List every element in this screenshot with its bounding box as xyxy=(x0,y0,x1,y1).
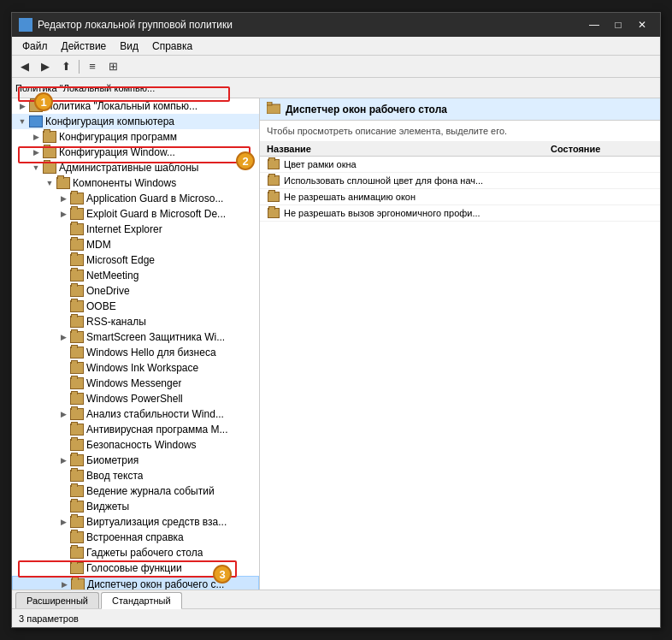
folder-icon xyxy=(70,316,84,328)
expand-icon xyxy=(56,484,70,498)
window-title: Редактор локальной групповой политики xyxy=(38,19,583,31)
right-item-0[interactable]: Цвет рамки окна xyxy=(260,157,660,173)
tree-item-admin-templates[interactable]: ▼ Административные шаблоны xyxy=(12,160,259,175)
tree-label: Голосовые функции xyxy=(86,562,182,574)
expand-icon: ▶ xyxy=(56,407,70,421)
tree-item-text-input[interactable]: Ввод текста xyxy=(12,468,259,483)
tree-item-hello[interactable]: Windows Hello для бизнеса xyxy=(12,345,259,360)
tree-label: Анализ стабильности Wind... xyxy=(86,408,224,420)
right-header-text: Диспетчер окон рабочего стола xyxy=(286,104,447,116)
tree-label: NetMeeting xyxy=(86,270,139,281)
tree-item-onedrive[interactable]: OneDrive xyxy=(12,283,259,299)
expand-icon xyxy=(56,469,70,483)
tree-item-powershell[interactable]: Windows PowerShell xyxy=(12,391,259,406)
svg-rect-1 xyxy=(267,102,272,105)
folder-icon xyxy=(56,177,70,189)
right-item-3[interactable]: Не разрешать вызов эргономичного профи..… xyxy=(260,205,660,222)
tree-item-builtin-help[interactable]: Встроенная справка xyxy=(12,530,259,545)
expand-icon xyxy=(56,500,70,513)
policy-item-icon xyxy=(267,158,280,170)
expand-icon: ▶ xyxy=(29,130,43,144)
tree-item-mdm[interactable]: MDM xyxy=(12,237,259,252)
folder-icon xyxy=(70,254,84,266)
tree-item-widgets[interactable]: Виджеты xyxy=(12,499,259,514)
right-item-name: Цвет рамки окна xyxy=(284,159,551,169)
tree-item-app-guard[interactable]: ▶ Application Guard в Microso... xyxy=(12,191,259,206)
bottom-area: Расширенный Стандартный 3 параметров xyxy=(12,590,660,627)
tree-label: Application Guard в Microso... xyxy=(86,193,223,204)
right-item-1[interactable]: Использовать сплошной цвет для фона нач.… xyxy=(260,173,660,189)
tree-label: Конфигурация программ xyxy=(59,131,177,143)
folder-icon xyxy=(70,377,84,389)
back-button[interactable]: ◀ xyxy=(15,58,34,75)
filter-button[interactable]: ⊞ xyxy=(103,58,122,75)
tree-label: Виртуализация средств вза... xyxy=(86,516,227,528)
tree-item-biometrics[interactable]: ▶ Биометрия xyxy=(12,453,259,468)
tab-extended[interactable]: Расширенный xyxy=(15,592,99,608)
menu-view[interactable]: Вид xyxy=(113,39,145,54)
up-button[interactable]: ⬆ xyxy=(56,58,75,75)
close-button[interactable]: ✕ xyxy=(631,16,653,33)
svg-rect-0 xyxy=(267,104,280,114)
right-table-header: Название Состояние xyxy=(260,142,660,157)
expand-icon xyxy=(56,423,70,436)
view-button[interactable]: ≡ xyxy=(83,58,102,75)
right-item-name: Не разрешать анимацию окон xyxy=(284,192,551,202)
tree-item-virtualization[interactable]: ▶ Виртуализация средств вза... xyxy=(12,514,259,530)
expand-icon xyxy=(56,269,70,282)
menu-action[interactable]: Действие xyxy=(55,39,114,54)
menu-file[interactable]: Файл xyxy=(15,39,55,54)
maximize-button[interactable]: □ xyxy=(607,16,629,33)
right-item-name: Не разрешать вызов эргономичного профи..… xyxy=(284,208,551,218)
tree-label: Windows Hello для бизнеса xyxy=(86,347,216,359)
expand-icon xyxy=(56,253,70,267)
tree-item-ink-workspace[interactable]: Windows Ink Workspace xyxy=(12,360,259,376)
tree-item-event-log[interactable]: Ведение журнала событий xyxy=(12,483,259,499)
folder-icon xyxy=(70,439,84,451)
expand-icon xyxy=(56,546,70,560)
col-state-header: Состояние xyxy=(551,144,653,154)
tree-item-win-config[interactable]: ▶ Конфигурация Window... xyxy=(12,145,259,160)
policy-item-icon xyxy=(267,175,280,187)
policy-icon xyxy=(268,192,280,202)
tree-item-messenger[interactable]: Windows Messenger xyxy=(12,376,259,391)
expand-icon xyxy=(56,238,70,252)
tree-item-exploit-guard[interactable]: ▶ Exploit Guard в Microsoft De... xyxy=(12,206,259,222)
expand-icon xyxy=(56,346,70,359)
tree-item-edge[interactable]: Microsoft Edge xyxy=(12,252,259,268)
tree-label: Конфигурация компьютера xyxy=(45,116,174,127)
menu-help[interactable]: Справка xyxy=(145,39,199,54)
folder-icon xyxy=(43,146,56,158)
breadcrumb: Политика "Локальный компью... xyxy=(12,78,660,98)
folder-icon xyxy=(70,362,84,374)
minimize-button[interactable]: — xyxy=(583,16,605,33)
tree-item-win-security[interactable]: Безопасность Windows xyxy=(12,437,259,453)
folder-icon xyxy=(70,470,84,482)
tree-item-prog-config[interactable]: ▶ Конфигурация программ xyxy=(12,129,259,145)
tree-label: Microsoft Edge xyxy=(86,254,155,266)
tree-item-stability[interactable]: ▶ Анализ стабильности Wind... xyxy=(12,406,259,422)
policy-icon xyxy=(268,175,280,186)
tree-label: Windows PowerShell xyxy=(86,393,183,405)
expand-icon: ▶ xyxy=(57,578,71,590)
tree-item-netmeeting[interactable]: NetMeeting xyxy=(12,268,259,283)
badge-3: 3 xyxy=(213,565,232,584)
tree-item-oobe[interactable]: OOBE xyxy=(12,299,259,314)
tree-item-smartscreen[interactable]: ▶ SmartScreen Защитника Wi... xyxy=(12,329,259,345)
tree-item-win-components[interactable]: ▼ Компоненты Windows xyxy=(12,175,259,191)
right-item-2[interactable]: Не разрешать анимацию окон xyxy=(260,189,660,205)
folder-icon xyxy=(70,223,84,235)
tree-item-computer-config[interactable]: ▼ Конфигурация компьютера xyxy=(12,114,259,129)
tree-item-rss[interactable]: RSS-каналы xyxy=(12,314,259,329)
expand-icon xyxy=(56,376,70,390)
tree-label: Internet Explorer xyxy=(86,223,162,235)
left-pane-tree: ▶ Политика "Локальный компью... ▼ Конфиг… xyxy=(12,98,260,590)
tree-item-gadgets[interactable]: Гаджеты рабочего стола xyxy=(12,545,259,560)
folder-icon xyxy=(70,347,84,359)
forward-button[interactable]: ▶ xyxy=(36,58,55,75)
expand-icon: ▶ xyxy=(56,207,70,221)
expand-icon xyxy=(56,284,70,298)
tab-standard[interactable]: Стандартный xyxy=(101,592,182,609)
tree-item-antivirus[interactable]: Антивирусная программа M... xyxy=(12,422,259,437)
tree-item-ie[interactable]: Internet Explorer xyxy=(12,222,259,237)
